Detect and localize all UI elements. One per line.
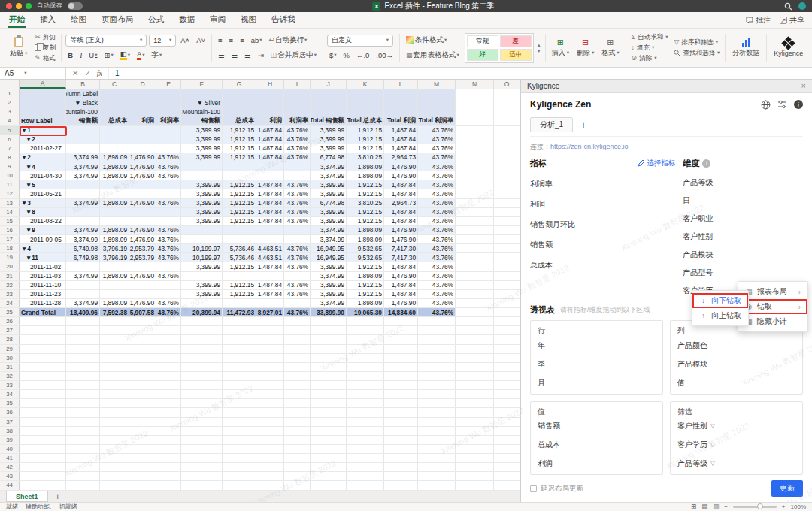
cell-N38[interactable] (456, 427, 494, 435)
cell-C5[interactable] (100, 126, 129, 135)
cell-E15[interactable] (156, 217, 181, 225)
cell-I17[interactable] (284, 235, 311, 243)
cell-O36[interactable] (494, 408, 520, 416)
cell-N13[interactable] (456, 199, 494, 207)
cell-C13[interactable]: 1,898.09 (100, 199, 129, 207)
cell-N19[interactable] (456, 253, 494, 262)
cell-G16[interactable] (223, 226, 256, 234)
row-header-25[interactable]: 25 (0, 308, 20, 316)
cell-M9[interactable]: 43.76% (418, 162, 456, 171)
cell-H33[interactable] (256, 381, 284, 389)
cell-G23[interactable]: 1,912.15 (223, 290, 256, 298)
row-header-1[interactable]: 1 (0, 89, 20, 98)
cell-D33[interactable] (129, 381, 156, 389)
cell-J43[interactable] (311, 472, 347, 480)
cell-D18[interactable]: 2,953.79 (129, 244, 156, 252)
cell-A38[interactable] (20, 427, 66, 435)
cell-K17[interactable]: 1,898.09 (347, 235, 384, 243)
row-header-4[interactable]: 4 (0, 116, 20, 125)
cell-F6[interactable]: 3,399.99 (181, 135, 223, 144)
font-color-button[interactable]: A▾ (135, 50, 147, 62)
cell-O23[interactable] (494, 290, 520, 298)
cell-I26[interactable] (284, 317, 311, 325)
cell-B8[interactable]: 3,374.99 (66, 153, 100, 162)
row-header-15[interactable]: 15 (0, 217, 20, 225)
cell-N27[interactable] (456, 326, 494, 334)
cell-K34[interactable] (347, 390, 384, 398)
analysis-tab[interactable]: 分析_1 (530, 117, 573, 132)
cell-G34[interactable] (223, 390, 256, 398)
share-button[interactable]: ↗ 共享 (780, 15, 804, 26)
cell-I10[interactable] (284, 171, 311, 180)
cell-J15[interactable]: 3,399.99 (311, 217, 347, 225)
cell-E30[interactable] (156, 354, 181, 362)
column-header-C[interactable]: C (100, 80, 129, 89)
cell-L24[interactable]: 1,476.90 (384, 299, 418, 307)
cell-L6[interactable]: 1,487.84 (384, 135, 418, 144)
normal-view-icon[interactable]: ⊞ (691, 503, 696, 510)
pivot-field-月[interactable]: 月 (538, 373, 656, 392)
row-header-32[interactable]: 32 (0, 372, 20, 380)
cell-B44[interactable] (66, 481, 100, 489)
cell-I30[interactable] (284, 354, 311, 362)
cell-J28[interactable] (311, 335, 347, 343)
cell-N41[interactable] (456, 454, 494, 462)
cell-G13[interactable]: 1,912.15 (223, 199, 256, 207)
cell-E27[interactable] (156, 326, 181, 334)
cell-H41[interactable] (256, 454, 284, 462)
cell-H23[interactable]: 1,487.84 (256, 290, 284, 298)
cell-N15[interactable] (456, 217, 494, 225)
cell-D16[interactable]: 1,476.90 (129, 226, 156, 234)
row-header-10[interactable]: 10 (0, 171, 20, 180)
cell-A13[interactable]: ▼3 (20, 199, 66, 207)
cell-B35[interactable] (66, 399, 100, 407)
cell-H5[interactable]: 1,487.84 (256, 126, 284, 135)
cell-H42[interactable] (256, 463, 284, 471)
cell-L28[interactable] (384, 335, 418, 343)
cell-E37[interactable] (156, 418, 181, 426)
cell-N42[interactable] (456, 463, 494, 471)
column-header-G[interactable]: G (223, 80, 256, 89)
cell-E34[interactable] (156, 390, 181, 398)
pivot-field-产品等级[interactable]: 产品等级▽ (677, 455, 795, 473)
cell-O8[interactable] (494, 153, 520, 162)
cell-F37[interactable] (181, 418, 223, 426)
cell-A3[interactable] (20, 107, 66, 116)
pivot-field-销售额[interactable]: 销售额 (538, 417, 656, 436)
cell-B28[interactable] (66, 335, 100, 343)
field-item-客户职业[interactable]: 客户职业 (683, 210, 803, 228)
cell-B21[interactable]: 3,374.99 (66, 272, 100, 280)
cell-K25[interactable]: 19,065.30 (347, 308, 384, 316)
cell-N6[interactable] (456, 135, 494, 144)
cell-B6[interactable] (66, 135, 100, 144)
cell-L19[interactable]: 7,417.30 (384, 253, 418, 262)
comments-button[interactable]: 批注 (746, 15, 771, 26)
cell-N44[interactable] (456, 481, 494, 489)
cell-B31[interactable] (66, 363, 100, 371)
cell-C36[interactable] (100, 408, 129, 416)
cell-O37[interactable] (494, 418, 520, 426)
defer-layout-checkbox[interactable] (530, 485, 537, 492)
connect-url[interactable]: https://zen-cn.kyligence.io (550, 143, 629, 150)
cell-E19[interactable]: 43.76% (156, 253, 181, 262)
cell-L23[interactable]: 1,487.84 (384, 290, 418, 298)
cell-D24[interactable]: 1,476.90 (129, 299, 156, 307)
cell-H37[interactable] (256, 418, 284, 426)
cell-K29[interactable] (347, 345, 384, 353)
cell-C27[interactable] (100, 326, 129, 334)
pivot-area-values[interactable]: 值销售额总成本利润利润率 (530, 401, 663, 476)
cell-O10[interactable] (494, 171, 520, 180)
cell-O1[interactable] (494, 89, 520, 98)
tab-审阅[interactable]: 审阅 (208, 12, 227, 28)
cell-K23[interactable]: 1,912.15 (347, 290, 384, 298)
cell-M13[interactable]: 43.76% (418, 199, 456, 207)
cell-O40[interactable] (494, 445, 520, 453)
italic-button[interactable]: I (77, 50, 84, 62)
cell-J10[interactable]: 3,374.99 (311, 171, 347, 180)
cell-L20[interactable]: 1,487.84 (384, 262, 418, 271)
cell-C28[interactable] (100, 335, 129, 343)
tab-页面布局[interactable]: 页面布局 (100, 12, 135, 28)
cell-L18[interactable]: 7,417.30 (384, 244, 418, 252)
cell-K35[interactable] (347, 399, 384, 407)
cell-C29[interactable] (100, 345, 129, 353)
